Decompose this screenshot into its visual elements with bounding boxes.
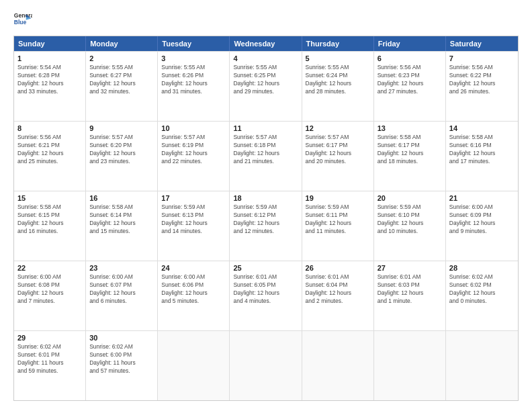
day-cell-20: 20Sunrise: 5:59 AM Sunset: 6:10 PM Dayli… <box>374 191 446 261</box>
day-cell-17: 17Sunrise: 5:59 AM Sunset: 6:13 PM Dayli… <box>158 191 230 261</box>
day-number: 30 <box>89 334 154 342</box>
calendar-row-2: 8Sunrise: 5:56 AM Sunset: 6:21 PM Daylig… <box>14 121 518 191</box>
day-number: 3 <box>161 54 226 62</box>
header-cell-friday: Friday <box>374 36 446 51</box>
day-info: Sunrise: 5:55 AM Sunset: 6:24 PM Dayligh… <box>306 64 370 96</box>
day-number: 13 <box>378 124 442 132</box>
day-info: Sunrise: 5:57 AM Sunset: 6:19 PM Dayligh… <box>161 134 226 166</box>
day-info: Sunrise: 5:59 AM Sunset: 6:11 PM Dayligh… <box>306 203 370 236</box>
day-cell-6: 6Sunrise: 5:56 AM Sunset: 6:23 PM Daylig… <box>374 52 446 121</box>
day-number: 11 <box>233 124 298 132</box>
calendar-body: 1Sunrise: 5:54 AM Sunset: 6:28 PM Daylig… <box>14 51 518 400</box>
day-cell-29: 29Sunrise: 6:02 AM Sunset: 6:01 PM Dayli… <box>14 331 86 400</box>
day-cell-10: 10Sunrise: 5:57 AM Sunset: 6:19 PM Dayli… <box>158 122 230 191</box>
day-info: Sunrise: 6:02 AM Sunset: 6:02 PM Dayligh… <box>449 273 515 306</box>
svg-text:Blue: Blue <box>14 19 27 26</box>
day-number: 1 <box>17 54 82 62</box>
day-number: 18 <box>233 194 298 202</box>
day-cell-7: 7Sunrise: 5:56 AM Sunset: 6:22 PM Daylig… <box>446 52 518 121</box>
day-info: Sunrise: 5:58 AM Sunset: 6:17 PM Dayligh… <box>378 134 442 166</box>
day-cell-3: 3Sunrise: 5:55 AM Sunset: 6:26 PM Daylig… <box>158 52 230 121</box>
day-info: Sunrise: 5:55 AM Sunset: 6:27 PM Dayligh… <box>89 64 154 96</box>
calendar-row-5: 29Sunrise: 6:02 AM Sunset: 6:01 PM Dayli… <box>14 330 518 400</box>
day-cell-4: 4Sunrise: 5:55 AM Sunset: 6:25 PM Daylig… <box>230 52 302 121</box>
day-cell-25: 25Sunrise: 6:01 AM Sunset: 6:05 PM Dayli… <box>230 261 302 330</box>
day-number: 14 <box>449 124 515 132</box>
day-info: Sunrise: 6:01 AM Sunset: 6:03 PM Dayligh… <box>378 273 442 306</box>
day-number: 8 <box>17 124 82 132</box>
day-number: 25 <box>233 264 298 272</box>
day-cell-27: 27Sunrise: 6:01 AM Sunset: 6:03 PM Dayli… <box>374 261 446 330</box>
empty-cell <box>374 331 446 400</box>
day-info: Sunrise: 6:00 AM Sunset: 6:07 PM Dayligh… <box>89 273 154 306</box>
day-number: 6 <box>378 54 442 62</box>
day-cell-18: 18Sunrise: 5:59 AM Sunset: 6:12 PM Dayli… <box>230 191 302 261</box>
day-info: Sunrise: 6:02 AM Sunset: 6:01 PM Dayligh… <box>17 343 82 375</box>
day-info: Sunrise: 5:59 AM Sunset: 6:13 PM Dayligh… <box>161 203 226 236</box>
day-number: 7 <box>449 54 515 62</box>
day-cell-8: 8Sunrise: 5:56 AM Sunset: 6:21 PM Daylig… <box>14 122 86 191</box>
day-number: 9 <box>89 124 154 132</box>
day-cell-21: 21Sunrise: 6:00 AM Sunset: 6:09 PM Dayli… <box>446 191 518 261</box>
day-cell-15: 15Sunrise: 5:58 AM Sunset: 6:15 PM Dayli… <box>14 191 86 261</box>
day-cell-11: 11Sunrise: 5:57 AM Sunset: 6:18 PM Dayli… <box>230 122 302 191</box>
day-cell-19: 19Sunrise: 5:59 AM Sunset: 6:11 PM Dayli… <box>302 191 374 261</box>
day-number: 26 <box>306 264 370 272</box>
header: GeneralBlue <box>13 10 519 29</box>
day-info: Sunrise: 5:55 AM Sunset: 6:25 PM Dayligh… <box>233 64 298 96</box>
day-info: Sunrise: 5:56 AM Sunset: 6:22 PM Dayligh… <box>449 64 515 96</box>
day-number: 28 <box>449 264 515 272</box>
day-info: Sunrise: 5:54 AM Sunset: 6:28 PM Dayligh… <box>17 64 82 96</box>
header-cell-saturday: Saturday <box>446 36 518 51</box>
empty-cell <box>302 331 374 400</box>
calendar: SundayMondayTuesdayWednesdayThursdayFrid… <box>13 36 519 401</box>
day-cell-23: 23Sunrise: 6:00 AM Sunset: 6:07 PM Dayli… <box>86 261 158 330</box>
day-number: 15 <box>17 194 82 202</box>
day-number: 5 <box>306 54 370 62</box>
day-info: Sunrise: 6:00 AM Sunset: 6:08 PM Dayligh… <box>17 273 82 306</box>
day-info: Sunrise: 6:01 AM Sunset: 6:04 PM Dayligh… <box>306 273 370 306</box>
day-number: 29 <box>17 334 82 342</box>
day-number: 22 <box>17 264 82 272</box>
day-info: Sunrise: 6:00 AM Sunset: 6:09 PM Dayligh… <box>449 203 515 236</box>
day-info: Sunrise: 5:59 AM Sunset: 6:12 PM Dayligh… <box>233 203 298 236</box>
day-number: 24 <box>161 264 226 272</box>
day-number: 17 <box>161 194 226 202</box>
day-cell-13: 13Sunrise: 5:58 AM Sunset: 6:17 PM Dayli… <box>374 122 446 191</box>
day-number: 23 <box>89 264 154 272</box>
day-info: Sunrise: 5:55 AM Sunset: 6:26 PM Dayligh… <box>161 64 226 96</box>
day-cell-5: 5Sunrise: 5:55 AM Sunset: 6:24 PM Daylig… <box>302 52 374 121</box>
header-cell-monday: Monday <box>86 36 158 51</box>
day-info: Sunrise: 6:01 AM Sunset: 6:05 PM Dayligh… <box>233 273 298 306</box>
day-cell-24: 24Sunrise: 6:00 AM Sunset: 6:06 PM Dayli… <box>158 261 230 330</box>
day-cell-9: 9Sunrise: 5:57 AM Sunset: 6:20 PM Daylig… <box>86 122 158 191</box>
day-cell-30: 30Sunrise: 6:02 AM Sunset: 6:00 PM Dayli… <box>86 331 158 400</box>
day-info: Sunrise: 5:58 AM Sunset: 6:16 PM Dayligh… <box>449 134 515 166</box>
header-cell-sunday: Sunday <box>14 36 86 51</box>
day-number: 20 <box>378 194 442 202</box>
day-cell-1: 1Sunrise: 5:54 AM Sunset: 6:28 PM Daylig… <box>14 52 86 121</box>
day-info: Sunrise: 5:58 AM Sunset: 6:15 PM Dayligh… <box>17 203 82 236</box>
day-cell-2: 2Sunrise: 5:55 AM Sunset: 6:27 PM Daylig… <box>86 52 158 121</box>
day-info: Sunrise: 5:57 AM Sunset: 6:20 PM Dayligh… <box>89 134 154 166</box>
calendar-header: SundayMondayTuesdayWednesdayThursdayFrid… <box>14 36 518 51</box>
day-number: 2 <box>89 54 154 62</box>
header-cell-wednesday: Wednesday <box>230 36 302 51</box>
day-info: Sunrise: 5:57 AM Sunset: 6:18 PM Dayligh… <box>233 134 298 166</box>
day-cell-26: 26Sunrise: 6:01 AM Sunset: 6:04 PM Dayli… <box>302 261 374 330</box>
day-number: 27 <box>378 264 442 272</box>
day-info: Sunrise: 5:57 AM Sunset: 6:17 PM Dayligh… <box>306 134 370 166</box>
day-info: Sunrise: 6:02 AM Sunset: 6:00 PM Dayligh… <box>89 343 154 375</box>
day-info: Sunrise: 5:59 AM Sunset: 6:10 PM Dayligh… <box>378 203 442 236</box>
day-cell-22: 22Sunrise: 6:00 AM Sunset: 6:08 PM Dayli… <box>14 261 86 330</box>
header-cell-thursday: Thursday <box>302 36 374 51</box>
day-number: 21 <box>449 194 515 202</box>
day-info: Sunrise: 5:56 AM Sunset: 6:23 PM Dayligh… <box>378 64 442 96</box>
day-cell-28: 28Sunrise: 6:02 AM Sunset: 6:02 PM Dayli… <box>446 261 518 330</box>
day-number: 10 <box>161 124 226 132</box>
day-cell-16: 16Sunrise: 5:58 AM Sunset: 6:14 PM Dayli… <box>86 191 158 261</box>
logo: GeneralBlue <box>13 10 32 29</box>
day-info: Sunrise: 5:58 AM Sunset: 6:14 PM Dayligh… <box>89 203 154 236</box>
day-number: 16 <box>89 194 154 202</box>
day-info: Sunrise: 6:00 AM Sunset: 6:06 PM Dayligh… <box>161 273 226 306</box>
